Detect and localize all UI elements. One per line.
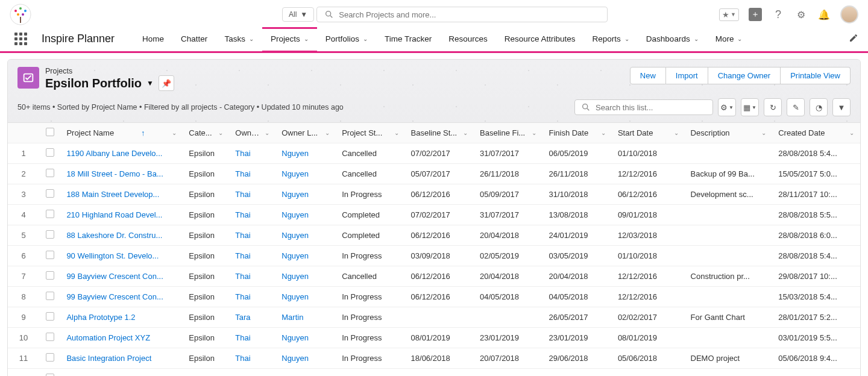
nav-tab-resources[interactable]: Resources — [440, 27, 496, 51]
owner-last-link[interactable]: Nguyen — [275, 164, 336, 184]
nav-tab-projects[interactable]: Projects⌄ — [262, 27, 317, 52]
nav-tab-tasks[interactable]: Tasks⌄ — [216, 27, 262, 51]
owner-last-link[interactable]: Nguyen — [275, 348, 336, 369]
chevron-down-icon[interactable]: ⌄ — [394, 130, 399, 136]
change-owner-button[interactable]: Change Owner — [708, 67, 781, 84]
owner-first-link[interactable]: Thai — [229, 369, 275, 377]
checkbox[interactable] — [46, 292, 54, 300]
project-name-link[interactable]: 90 Wellington St. Develo... — [60, 246, 183, 266]
checkbox[interactable] — [46, 210, 54, 218]
owner-first-link[interactable]: Thai — [229, 287, 275, 307]
favorites-menu[interactable]: ★ ▼ — [719, 8, 739, 21]
chevron-down-icon[interactable]: ⌄ — [674, 130, 679, 136]
global-create-button[interactable]: ＋ — [749, 8, 762, 21]
project-name-link[interactable]: 99 Bayview Crescent Con... — [60, 266, 183, 287]
col-header[interactable]: Project St...⌄ — [336, 123, 404, 143]
select-all-header[interactable] — [39, 123, 60, 143]
nav-tab-dashboards[interactable]: Dashboards⌄ — [638, 27, 707, 51]
chevron-down-icon[interactable]: ⌄ — [849, 130, 854, 136]
owner-first-link[interactable]: Thai — [229, 184, 275, 205]
owner-first-link[interactable]: Thai — [229, 266, 275, 287]
chevron-down-icon[interactable]: ⌄ — [325, 130, 330, 136]
col-header[interactable]: Baseline St...⌄ — [405, 123, 474, 143]
owner-last-link[interactable]: Nguyen — [275, 287, 336, 307]
col-header[interactable]: Owne...⌄ — [229, 123, 275, 143]
chevron-down-icon[interactable]: ⌄ — [601, 130, 606, 136]
checkbox[interactable] — [46, 353, 54, 362]
checkbox[interactable] — [46, 169, 54, 177]
col-header[interactable]: Project Name↑⌄ — [60, 123, 183, 143]
row-select[interactable] — [39, 205, 60, 225]
list-view-name[interactable]: Epsilon Portfolio — [45, 77, 142, 90]
project-name-link[interactable]: BEST Demo - New Project — [60, 369, 183, 377]
checkbox[interactable] — [46, 128, 54, 136]
help-button[interactable]: ? — [772, 8, 785, 21]
owner-last-link[interactable]: Nguyen — [275, 225, 336, 246]
checkbox[interactable] — [46, 312, 54, 321]
owner-last-link[interactable]: Nguyen — [275, 246, 336, 266]
display-as-button[interactable]: ▦▼ — [741, 98, 759, 116]
project-name-link[interactable]: 188 Main Street Develop... — [60, 184, 183, 205]
project-name-link[interactable]: 18 Mill Street - Demo - Ba... — [60, 164, 183, 184]
list-settings-button[interactable]: ⚙▼ — [718, 98, 736, 116]
owner-first-link[interactable]: Thai — [229, 246, 275, 266]
nav-tab-time-tracker[interactable]: Time Tracker — [376, 27, 440, 51]
owner-first-link[interactable]: Thai — [229, 164, 275, 184]
owner-first-link[interactable]: Thai — [229, 348, 275, 369]
col-header[interactable]: Owner L...⌄ — [275, 123, 336, 143]
checkbox[interactable] — [46, 374, 54, 376]
owner-last-link[interactable]: Nguyen — [275, 184, 336, 205]
row-select[interactable] — [39, 143, 60, 164]
nav-tab-resource-attributes[interactable]: Resource Attributes — [496, 27, 584, 51]
setup-button[interactable]: ⚙ — [794, 8, 808, 21]
col-header[interactable]: Created Date⌄ — [772, 123, 860, 143]
chevron-down-icon[interactable]: ▼ — [146, 79, 154, 87]
nav-tab-home[interactable]: Home — [134, 27, 172, 51]
checkbox[interactable] — [46, 251, 54, 259]
filter-button[interactable]: ▼ — [832, 98, 851, 116]
project-name-link[interactable]: Basic Integration Project — [60, 348, 183, 369]
app-launcher[interactable] — [14, 33, 27, 45]
list-search-input[interactable] — [596, 103, 706, 112]
owner-last-link[interactable]: Nguyen — [275, 266, 336, 287]
project-name-link[interactable]: Automation Project XYZ — [60, 328, 183, 348]
col-header[interactable]: Finish Date⌄ — [542, 123, 611, 143]
project-name-link[interactable]: Alpha Prototype 1.2 — [60, 307, 183, 328]
printable-view-button[interactable]: Printable View — [781, 67, 851, 84]
owner-first-link[interactable]: Thai — [229, 225, 275, 246]
owner-last-link[interactable]: Nguyen — [275, 205, 336, 225]
nav-tab-portfolios[interactable]: Portfolios⌄ — [317, 27, 376, 51]
project-name-link[interactable]: 88 Lakeshore Dr. Constru... — [60, 225, 183, 246]
col-header[interactable]: Start Date⌄ — [612, 123, 685, 143]
user-avatar[interactable] — [840, 5, 858, 24]
chevron-down-icon[interactable]: ⌄ — [761, 130, 766, 136]
checkbox[interactable] — [46, 189, 54, 198]
checkbox[interactable] — [46, 230, 54, 239]
owner-first-link[interactable]: Tara — [229, 307, 275, 328]
col-header[interactable]: Cate...⌄ — [183, 123, 229, 143]
global-search[interactable] — [316, 7, 608, 22]
owner-last-link[interactable]: Nguyen — [275, 369, 336, 377]
global-search-input[interactable] — [339, 10, 600, 19]
chart-button[interactable]: ◔ — [810, 98, 828, 116]
row-select[interactable] — [39, 184, 60, 205]
row-select[interactable] — [39, 246, 60, 266]
search-scope-selector[interactable]: All ▼ — [282, 7, 314, 22]
new-button[interactable]: New — [630, 67, 666, 84]
list-search[interactable] — [574, 99, 713, 115]
row-select[interactable] — [39, 164, 60, 184]
row-select[interactable] — [39, 266, 60, 287]
col-header[interactable]: Baseline Fi...⌄ — [474, 123, 542, 143]
nav-tab-chatter[interactable]: Chatter — [172, 27, 216, 51]
edit-inline-button[interactable]: ✎ — [787, 98, 805, 116]
nav-tab-reports[interactable]: Reports⌄ — [584, 27, 638, 51]
owner-last-link[interactable]: Nguyen — [275, 328, 336, 348]
edit-nav-button[interactable] — [849, 33, 858, 45]
project-name-link[interactable]: 1190 Albany Lane Develo... — [60, 143, 183, 164]
row-select[interactable] — [39, 225, 60, 246]
chevron-down-icon[interactable]: ⌄ — [172, 130, 177, 136]
owner-last-link[interactable]: Nguyen — [275, 143, 336, 164]
row-select[interactable] — [39, 287, 60, 307]
nav-tab-more[interactable]: More⌄ — [707, 27, 751, 51]
refresh-button[interactable]: ↻ — [764, 98, 782, 116]
